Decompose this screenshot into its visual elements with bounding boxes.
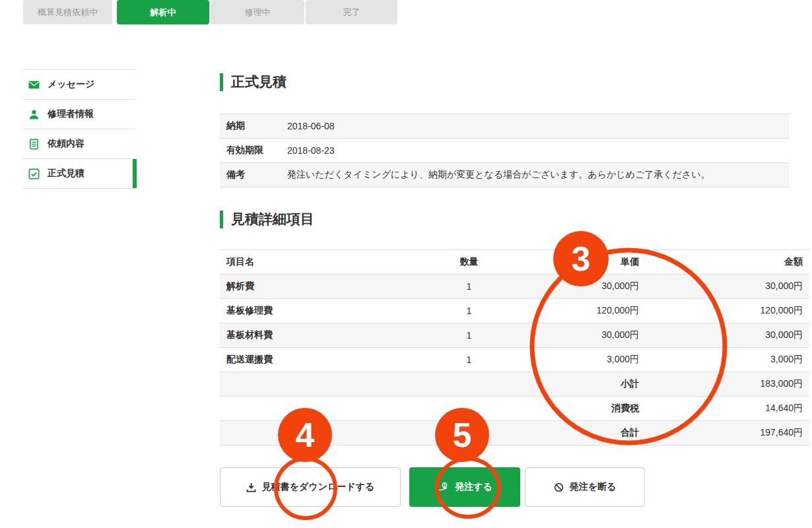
document-icon	[28, 139, 40, 150]
section-title: 正式見積	[231, 73, 287, 91]
sidebar-item-messages[interactable]: メッセージ	[23, 70, 135, 100]
heading-accent-bar	[220, 211, 223, 228]
section-title: 見積詳細項目	[231, 210, 314, 228]
person-icon	[28, 109, 40, 120]
step-complete[interactable]: 完了	[306, 0, 397, 24]
item-unit-price: 30,000円	[514, 323, 646, 348]
col-header-qty: 数量	[424, 250, 514, 275]
decline-order-button[interactable]: 発注を断る	[525, 467, 645, 507]
tax-row: 消費税 14,640円	[220, 397, 809, 421]
subtotal-value: 183,000円	[646, 372, 809, 397]
no-entry-icon	[554, 482, 564, 492]
table-row: 基板修理費 1 120,000円 120,000円	[220, 299, 809, 323]
heading-accent-bar	[220, 73, 223, 91]
item-qty: 1	[424, 348, 514, 372]
place-order-button[interactable]: 発注する	[409, 467, 520, 507]
info-label: 納期	[220, 114, 287, 139]
envelope-icon	[28, 79, 40, 90]
table-row: 納期 2018-06-08	[220, 114, 790, 139]
item-name: 基板材料費	[220, 323, 424, 348]
item-name: 基板修理費	[220, 299, 424, 323]
checkbox-check-icon	[28, 168, 40, 180]
info-label: 備考	[220, 163, 287, 187]
tax-label: 消費税	[514, 397, 646, 421]
detail-items-heading: 見積詳細項目	[220, 210, 314, 228]
download-estimate-button[interactable]: 見積書をダウンロードする	[220, 467, 401, 507]
table-header-row: 項目名 数量 単価 金額	[220, 250, 809, 275]
sidebar-nav: メッセージ 修理者情報 依頼内容 正式見積	[23, 69, 135, 189]
item-amount: 30,000円	[646, 275, 809, 299]
col-header-amount: 金額	[646, 250, 809, 275]
download-icon	[246, 482, 256, 492]
table-row: 配送運搬費 1 3,000円 3,000円	[220, 348, 809, 372]
download-button-label: 見積書をダウンロードする	[262, 481, 375, 493]
sidebar-item-label: 修理者情報	[48, 108, 94, 120]
step-analyzing[interactable]: 解析中	[117, 0, 209, 24]
col-header-item: 項目名	[220, 250, 424, 275]
item-amount: 3,000円	[646, 348, 809, 372]
estimate-detail-table: 項目名 数量 単価 金額 解析費 1 30,000円 30,000円 基板修理費…	[220, 249, 809, 446]
info-value: 2018-08-23	[287, 139, 790, 163]
tax-value: 14,640円	[646, 397, 809, 421]
item-qty: 1	[424, 299, 514, 323]
total-row: 合計 197,640円	[220, 421, 809, 446]
table-row: 備考 発注いただくタイミングにより、納期が変更となる場合がございます。あらかじめ…	[220, 163, 790, 187]
info-value: 2018-06-08	[287, 114, 790, 139]
table-row: 解析費 1 30,000円 30,000円	[220, 275, 809, 299]
item-name: 解析費	[220, 275, 424, 299]
col-header-unit-price: 単価	[514, 250, 646, 275]
subtotal-row: 小計 183,000円	[220, 372, 809, 397]
hand-coin-icon	[437, 482, 449, 492]
step-rough-estimate[interactable]: 概算見積依頼中	[23, 0, 112, 24]
item-amount: 120,000円	[646, 299, 809, 323]
info-value: 発注いただくタイミングにより、納期が変更となる場合がございます。あらかじめご了承…	[287, 163, 790, 187]
table-row: 有効期限 2018-08-23	[220, 139, 790, 163]
sidebar-item-request-details[interactable]: 依頼内容	[23, 129, 135, 159]
item-amount: 30,000円	[646, 323, 809, 348]
table-row: 基板材料費 1 30,000円 30,000円	[220, 323, 809, 348]
subtotal-label: 小計	[514, 372, 646, 397]
formal-estimate-heading: 正式見積	[220, 73, 287, 91]
estimate-info-table: 納期 2018-06-08 有効期限 2018-08-23 備考 発注いただくタ…	[220, 114, 790, 187]
item-qty: 1	[424, 323, 514, 348]
total-label: 合計	[514, 421, 646, 446]
step-repairing[interactable]: 修理中	[211, 0, 304, 24]
sidebar-item-repairer-info[interactable]: 修理者情報	[23, 100, 135, 129]
item-unit-price: 3,000円	[514, 348, 646, 372]
sidebar-item-label: メッセージ	[48, 79, 94, 90]
item-qty: 1	[424, 275, 514, 299]
item-name: 配送運搬費	[220, 348, 424, 372]
decline-button-label: 発注を断る	[570, 481, 617, 493]
repair-estimate-page: 概算見積依頼中 解析中 修理中 完了 メッセージ 修理者情報 依頼内容	[0, 0, 812, 528]
info-label: 有効期限	[220, 139, 287, 163]
item-unit-price: 120,000円	[514, 299, 646, 323]
order-button-label: 発注する	[455, 481, 492, 493]
sidebar-item-formal-estimate[interactable]: 正式見積	[23, 159, 135, 189]
total-value: 197,640円	[646, 421, 809, 446]
sidebar-item-label: 依頼内容	[48, 138, 85, 150]
sidebar-item-label: 正式見積	[48, 168, 85, 180]
item-unit-price: 30,000円	[514, 275, 646, 299]
action-button-row: 見積書をダウンロードする 発注する 発注を断る	[220, 467, 645, 507]
status-stepper: 概算見積依頼中 解析中 修理中 完了	[23, 0, 397, 24]
